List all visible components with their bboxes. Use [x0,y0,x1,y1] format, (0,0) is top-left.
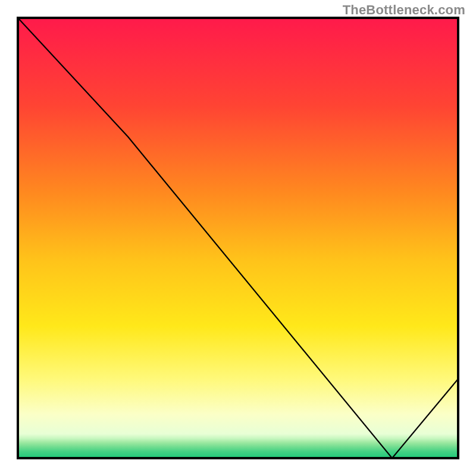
chart-canvas [0,0,476,476]
watermark-text: TheBottleneck.com [343,2,465,18]
plot-gradient-bg [18,18,458,458]
chart-root: TheBottleneck.com [0,0,476,476]
